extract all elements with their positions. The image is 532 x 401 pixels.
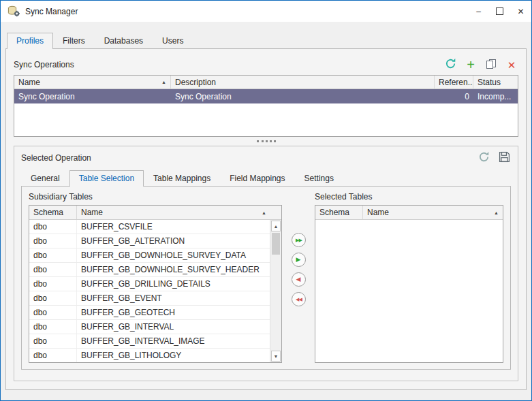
cell-schema: dbo xyxy=(29,277,77,291)
sub-tab[interactable]: General xyxy=(21,170,69,187)
column-header-schema[interactable]: Schema xyxy=(29,206,77,219)
vertical-scrollbar[interactable]: ▲ ▼ xyxy=(270,220,281,362)
subsidiary-tables-body: dbo BUFFER_CSVFILE dbo BUFFER_GB_ALTERAT… xyxy=(29,220,270,363)
move-all-left-button[interactable]: ◀◀ xyxy=(292,292,306,306)
scroll-down-button[interactable]: ▼ xyxy=(271,351,281,362)
cell-schema: dbo xyxy=(29,263,77,276)
add-icon: + xyxy=(467,59,475,70)
selected-operation-tabstrip: General Table Selection Table Mappings F… xyxy=(21,170,511,186)
selected-operation-group: Selected Operation xyxy=(14,146,518,381)
cell-name: BUFFER_GB_GEOTECH xyxy=(77,308,270,317)
sort-asc-icon: ▲ xyxy=(161,80,166,84)
save-icon xyxy=(499,151,510,165)
column-header-schema[interactable]: Schema xyxy=(315,206,363,219)
refresh-button[interactable] xyxy=(443,58,457,71)
move-all-left-icon: ◀◀ xyxy=(296,297,302,302)
cell-status: Incomp... xyxy=(473,92,518,101)
cell-schema: dbo xyxy=(29,248,77,262)
subsidiary-table-row[interactable]: dbo BUFFER_CSVFILE xyxy=(29,220,270,234)
cell-name: BUFFER_GB_DRILLING_DETAILS xyxy=(77,279,270,289)
main-tabstrip: Profiles Filters Databases Users xyxy=(1,32,531,48)
column-header-name[interactable]: Name ▲ xyxy=(363,206,503,219)
main-tab[interactable]: Databases xyxy=(95,33,153,49)
column-header-references[interactable]: Referen... xyxy=(435,76,473,89)
subsidiary-table-row[interactable]: dbo BUFFER_GB_DOWNHOLE_SURVEY_HEADER xyxy=(29,263,270,277)
selected-operation-header: Selected Operation xyxy=(21,149,511,167)
scroll-thumb[interactable] xyxy=(272,233,280,255)
selected-tables-list: Schema Name ▲ xyxy=(315,205,503,363)
subsidiary-table-row[interactable]: dbo BUFFER_GB_DOWNHOLE_SURVEY_DATA xyxy=(29,248,270,263)
subsidiary-tables-header: Schema Name ▲ xyxy=(29,206,281,220)
subsidiary-tables-title: Subsidiary Tables xyxy=(29,192,282,205)
cell-schema: dbo xyxy=(29,220,77,234)
sub-tab[interactable]: Settings xyxy=(295,170,343,187)
refresh-icon xyxy=(478,151,490,165)
cell-name: BUFFER_CSVFILE xyxy=(77,222,270,231)
table-selection-lists: Subsidiary Tables Schema Name ▲ xyxy=(29,192,503,363)
close-icon: ✕ xyxy=(517,7,524,16)
main-tab[interactable]: Profiles xyxy=(7,33,53,49)
cell-name: BUFFER_GB_LITHOLOGY xyxy=(77,351,270,360)
delete-button[interactable]: ✕ xyxy=(505,58,518,71)
column-name-label: Name xyxy=(367,208,389,217)
copy-button[interactable] xyxy=(484,58,498,71)
subsidiary-table-row[interactable]: dbo BUFFER_GB_GEOTECH xyxy=(29,306,270,320)
sub-tab[interactable]: Table Selection xyxy=(69,170,144,187)
add-button[interactable]: + xyxy=(464,58,478,71)
refresh-icon xyxy=(445,58,456,71)
cell-name: BUFFER_GB_DOWNHOLE_SURVEY_DATA xyxy=(77,251,270,260)
subsidiary-table-row[interactable]: dbo BUFFER_GB_DRILLING_DETAILS xyxy=(29,277,270,291)
database-sync-icon xyxy=(7,5,20,17)
cell-schema: dbo xyxy=(29,334,77,348)
cell-name: BUFFER_GB_EVENT xyxy=(77,293,270,303)
move-all-right-button[interactable]: ▶▶ xyxy=(292,233,306,247)
cell-name: BUFFER_GB_DOWNHOLE_SURVEY_HEADER xyxy=(77,265,270,274)
cell-schema: dbo xyxy=(29,320,77,334)
move-right-button[interactable]: ▶ xyxy=(292,253,306,267)
refresh-operation-button[interactable] xyxy=(477,151,490,165)
sort-asc-icon: ▲ xyxy=(262,210,266,215)
sync-manager-window: Sync Manager – ✕ Profiles Filters Databa… xyxy=(0,0,532,401)
sort-asc-icon: ▲ xyxy=(494,210,499,215)
cell-name: BUFFER_GB_INTERVAL xyxy=(77,322,270,332)
subsidiary-table-row[interactable]: dbo BUFFER_GB_EVENT xyxy=(29,291,270,306)
column-name-label: Name xyxy=(18,78,40,87)
main-tab[interactable]: Filters xyxy=(53,33,95,49)
cell-description: Sync Operation xyxy=(171,92,435,101)
sync-operations-title: Sync Operations xyxy=(14,60,443,69)
scroll-up-button[interactable]: ▲ xyxy=(271,221,281,231)
subsidiary-table-row[interactable]: dbo BUFFER_GB_INTERVAL xyxy=(29,320,270,334)
move-left-button[interactable]: ◀ xyxy=(292,272,306,287)
cell-name: Sync Operation xyxy=(14,92,171,101)
close-button[interactable]: ✕ xyxy=(510,1,531,22)
table-move-buttons: ▶▶ ▶ ◀ ◀◀ xyxy=(289,192,308,363)
sync-operations-table: Name ▲ Description Referen... Status Syn… xyxy=(14,75,518,137)
column-header-name[interactable]: Name ▲ xyxy=(14,76,171,89)
column-header-status[interactable]: Status xyxy=(473,76,518,89)
column-header-description[interactable]: Description xyxy=(171,76,435,89)
subsidiary-table-row[interactable]: dbo BUFFER_GB_LITHOLOGY xyxy=(29,349,270,363)
sub-tab[interactable]: Field Mappings xyxy=(220,170,294,187)
splitter-handle[interactable] xyxy=(14,137,518,146)
subsidiary-table-row[interactable]: dbo BUFFER_GB_ALTERATION xyxy=(29,234,270,248)
save-button[interactable] xyxy=(497,151,511,165)
titlebar: Sync Manager – ✕ xyxy=(1,1,531,22)
column-header-name[interactable]: Name ▲ xyxy=(77,206,281,219)
cell-schema: dbo xyxy=(29,349,77,362)
minimize-button[interactable]: – xyxy=(468,1,489,22)
move-right-icon: ▶ xyxy=(296,257,301,263)
cell-name: BUFFER_GB_INTERVAL_IMAGE xyxy=(77,336,270,346)
maximize-button[interactable] xyxy=(489,1,510,22)
sync-operation-row[interactable]: Sync Operation Sync Operation 0 Incomp..… xyxy=(14,89,518,103)
scroll-down-icon: ▼ xyxy=(274,354,279,359)
subsidiary-tables-block: Subsidiary Tables Schema Name ▲ xyxy=(29,192,282,363)
minimize-icon: – xyxy=(476,7,481,16)
sync-operations-toolbar: + ✕ xyxy=(443,58,518,71)
cell-schema: dbo xyxy=(29,234,77,248)
subsidiary-table-row[interactable]: dbo BUFFER_GB_INTERVAL_IMAGE xyxy=(29,334,270,349)
main-tab[interactable]: Users xyxy=(153,33,193,49)
move-all-right-icon: ▶▶ xyxy=(296,238,302,242)
window-title: Sync Manager xyxy=(25,7,78,16)
copy-icon xyxy=(486,59,497,71)
sub-tab[interactable]: Table Mappings xyxy=(144,170,220,187)
